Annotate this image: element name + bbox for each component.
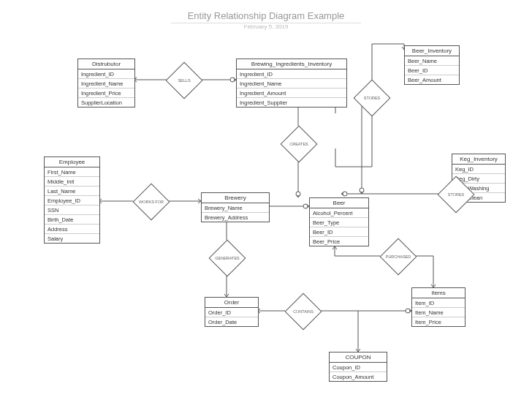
- entity-attr: Address: [45, 225, 99, 234]
- diagram-title: Entity Relationship Diagram Example: [171, 10, 361, 23]
- entity-attr: Item_Price: [412, 317, 465, 326]
- entity-header: Employee: [45, 157, 99, 167]
- entity-header: COUPON: [330, 352, 387, 363]
- entity-brewery: Brewery Brewery_Name Brewery_Address: [201, 192, 270, 222]
- entity-attr: Ingredient_Supplier: [237, 98, 346, 107]
- entity-attr: Salary: [45, 234, 99, 243]
- entity-attr: Ingredient_Name: [78, 79, 134, 88]
- rel-stores-beer: STORES: [354, 80, 391, 117]
- rel-label: WORKS FOR: [139, 200, 164, 204]
- rel-label: CREATES: [289, 142, 308, 146]
- svg-point-29: [343, 192, 347, 196]
- entity-attr: SSN: [45, 206, 99, 215]
- entity-attr: Ingredient_Amount: [237, 88, 346, 98]
- entity-attr: Item_Name: [412, 308, 465, 317]
- entity-beer: Beer Alcohol_Percent Beer_Type Beer_ID B…: [309, 197, 369, 246]
- entity-header: Brewery: [202, 193, 269, 203]
- entity-items: Items Item_ID Item_Name Item_Price: [411, 287, 466, 327]
- entity-attr: Order_ID: [205, 308, 258, 317]
- entity-attr: Alcohol_Percent: [310, 208, 368, 218]
- rel-label: STORES: [448, 192, 465, 197]
- entity-order: Order Order_ID Order_Date: [205, 297, 259, 327]
- entity-employee: Employee First_Name Middle_Init Last_Nam…: [44, 157, 100, 244]
- rel-label: GENERATES: [215, 256, 240, 260]
- erd-canvas: Entity Relationship Diagram Example Febr…: [0, 0, 532, 411]
- entity-attr: Item_ID: [412, 298, 465, 308]
- rel-label: PURCHASED: [386, 254, 411, 259]
- entity-attr: Coupon_ID: [330, 363, 387, 372]
- svg-point-6: [296, 192, 300, 196]
- entity-attr: Keg_ID: [452, 165, 505, 174]
- entity-attr: Ingredient_Name: [237, 79, 346, 88]
- entity-attr: Brewery_Name: [202, 203, 269, 213]
- entity-attr: Beer_ID: [405, 66, 459, 75]
- svg-point-17: [360, 188, 364, 192]
- entity-header: Brewing_Ingredients_Inventory: [237, 59, 346, 69]
- rel-label: STORES: [364, 96, 381, 100]
- diagram-date: February 5, 2019: [244, 23, 289, 30]
- entity-attr: Beer_Type: [310, 218, 368, 227]
- entity-header: Beer: [310, 198, 368, 208]
- entity-attr: Order_Date: [205, 317, 258, 326]
- svg-point-21: [303, 204, 308, 208]
- rel-label: SELLS: [178, 78, 190, 83]
- rel-creates: CREATES: [281, 126, 318, 163]
- entity-attr: Beer_Name: [405, 56, 459, 66]
- svg-point-2: [230, 78, 235, 82]
- entity-attr: Last_Name: [45, 186, 99, 196]
- entity-attr: Ingredient_ID: [78, 69, 134, 79]
- entity-attr: Employee_ID: [45, 196, 99, 206]
- svg-point-34: [406, 309, 410, 313]
- entity-header: Beer_Inventory: [405, 46, 459, 56]
- entity-brewing-inventory: Brewing_Ingredients_Inventory Ingredient…: [236, 59, 347, 108]
- entity-header: Distrubutor: [78, 59, 134, 69]
- entity-attr: Brewery_Address: [202, 213, 269, 222]
- rel-contains: CONTAINS: [285, 293, 322, 331]
- entity-attr: Coupon_Amount: [330, 372, 387, 381]
- entity-attr: First_Name: [45, 167, 99, 177]
- rel-generates: GENERATES: [209, 240, 246, 277]
- rel-label: CONTAINS: [293, 309, 314, 314]
- entity-coupon: COUPON Coupon_ID Coupon_Amount: [329, 352, 387, 382]
- entity-attr: Ingredient_ID: [237, 69, 346, 79]
- entity-beer-inventory: Beer_Inventory Beer_Name Beer_ID Beer_Am…: [404, 45, 460, 85]
- entity-attr: Ingredient_Price: [78, 88, 134, 98]
- entity-header: Order: [205, 298, 258, 308]
- entity-attr: SupplierLocation: [78, 98, 134, 107]
- rel-works-for: WORKS FOR: [133, 184, 170, 221]
- entity-attr: Middle_Init: [45, 177, 99, 186]
- entity-attr: Beer_Price: [310, 237, 368, 246]
- entity-attr: Birth_Date: [45, 215, 99, 225]
- rel-purchased: PURCHASED: [380, 238, 417, 276]
- entity-header: Keg_Inventory: [452, 154, 505, 165]
- entity-attr: Beer_Amount: [405, 75, 459, 84]
- entity-attr: Beer_ID: [310, 227, 368, 237]
- entity-distributor: Distrubutor Ingredient_ID Ingredient_Nam…: [77, 59, 135, 108]
- rel-sells: SELLS: [166, 62, 203, 99]
- entity-header: Items: [412, 288, 465, 298]
